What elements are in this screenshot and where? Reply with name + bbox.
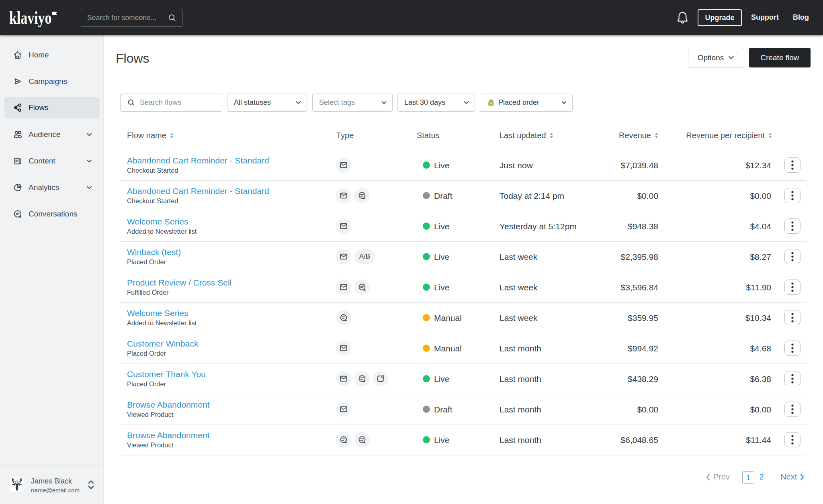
svg-text:S: S [489,101,492,105]
